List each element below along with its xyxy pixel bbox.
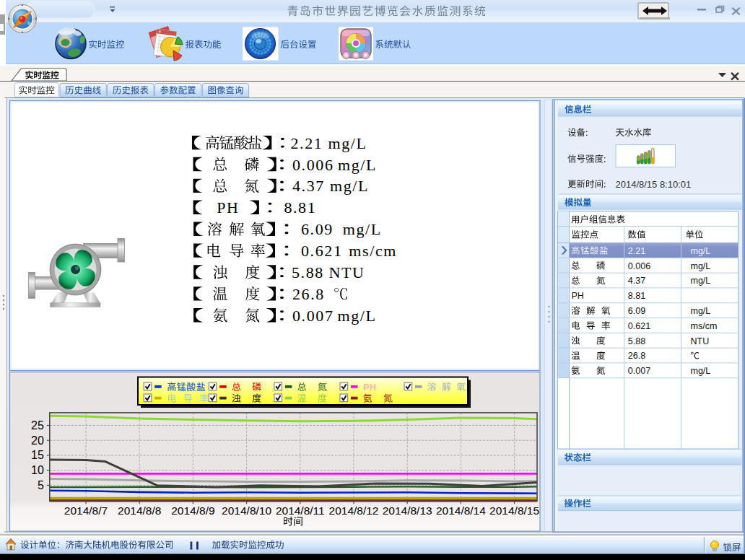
svg-text:mg/L: mg/L bbox=[343, 220, 382, 238]
svg-text:2014/8/14: 2014/8/14 bbox=[436, 504, 486, 517]
svg-text:25: 25 bbox=[31, 419, 44, 432]
svg-text:0.006: 0.006 bbox=[292, 156, 334, 174]
svg-text:2014/8/15: 2014/8/15 bbox=[489, 504, 539, 517]
svg-text:mg/L: mg/L bbox=[691, 246, 711, 256]
svg-text:PH: PH bbox=[363, 382, 376, 393]
svg-text:PH: PH bbox=[572, 291, 584, 301]
svg-text:2014/8/8: 2014/8/8 bbox=[118, 504, 161, 517]
svg-text:2014/8/10: 2014/8/10 bbox=[222, 504, 271, 517]
svg-text:26.8: 26.8 bbox=[628, 351, 645, 361]
svg-text:2014/8/11: 2014/8/11 bbox=[276, 504, 325, 517]
svg-text:0.007: 0.007 bbox=[292, 307, 334, 325]
svg-text:NTU: NTU bbox=[691, 336, 710, 346]
svg-text:10: 10 bbox=[31, 464, 44, 476]
svg-text:2014/8/9: 2014/8/9 bbox=[171, 504, 214, 517]
svg-text:mg/L: mg/L bbox=[330, 177, 369, 195]
svg-text:0.621: 0.621 bbox=[628, 321, 650, 331]
svg-text:6.09: 6.09 bbox=[301, 220, 334, 238]
svg-text:mg/L: mg/L bbox=[691, 276, 711, 286]
svg-text:4.37: 4.37 bbox=[628, 276, 645, 286]
svg-text:NTU: NTU bbox=[329, 263, 365, 281]
svg-text:4.37: 4.37 bbox=[292, 177, 325, 195]
svg-text:mg/L: mg/L bbox=[328, 134, 367, 152]
svg-text:0.007: 0.007 bbox=[628, 366, 650, 376]
svg-text:mg/L: mg/L bbox=[691, 366, 711, 376]
svg-text:5.88: 5.88 bbox=[292, 263, 324, 281]
svg-text:6.09: 6.09 bbox=[628, 306, 645, 316]
svg-text:26.8: 26.8 bbox=[292, 285, 325, 303]
svg-text:PH: PH bbox=[217, 198, 239, 216]
svg-text:20: 20 bbox=[31, 434, 44, 447]
svg-text:2014/8/15 8:10:01: 2014/8/15 8:10:01 bbox=[616, 179, 692, 190]
svg-text:2014/8/7: 2014/8/7 bbox=[64, 504, 108, 517]
svg-text:mg/L: mg/L bbox=[691, 306, 711, 316]
svg-text:15: 15 bbox=[31, 449, 44, 461]
svg-text:5: 5 bbox=[38, 479, 44, 491]
svg-text:ms/cm: ms/cm bbox=[691, 321, 718, 331]
svg-text:8.81: 8.81 bbox=[284, 198, 316, 216]
svg-text:8.81: 8.81 bbox=[628, 291, 645, 301]
svg-text:2.21: 2.21 bbox=[628, 246, 645, 256]
svg-text:2.21: 2.21 bbox=[291, 134, 323, 152]
svg-text:0.006: 0.006 bbox=[628, 261, 650, 271]
svg-text:5.88: 5.88 bbox=[628, 336, 645, 346]
svg-text:mg/L: mg/L bbox=[338, 156, 377, 174]
svg-text:mg/L: mg/L bbox=[338, 307, 377, 325]
svg-text:2014/8/13: 2014/8/13 bbox=[383, 504, 432, 517]
svg-text:0.621: 0.621 bbox=[301, 242, 343, 260]
svg-text:mg/L: mg/L bbox=[691, 261, 711, 271]
svg-text:2014/8/12: 2014/8/12 bbox=[329, 504, 379, 517]
svg-text:ms/cm: ms/cm bbox=[349, 242, 397, 260]
